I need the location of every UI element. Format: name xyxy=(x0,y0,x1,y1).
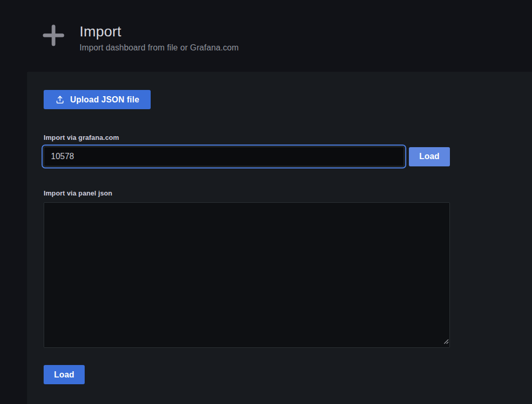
import-panel: Upload JSON file Import via grafana.com … xyxy=(27,72,532,404)
load-button[interactable]: Load xyxy=(44,365,85,384)
page-title: Import xyxy=(79,23,238,41)
import-form: Upload JSON file Import via grafana.com … xyxy=(44,90,450,384)
panel-json-textarea[interactable] xyxy=(44,202,450,348)
header-text: Import Import dashboard from file or Gra… xyxy=(79,23,238,53)
panel-json-label: Import via panel json xyxy=(44,189,450,197)
gcom-load-button[interactable]: Load xyxy=(409,147,450,166)
panel-json-textarea-wrap xyxy=(44,202,450,348)
gcom-input[interactable] xyxy=(44,147,404,166)
page-subtitle: Import dashboard from file or Grafana.co… xyxy=(79,43,238,53)
plus-icon xyxy=(42,24,65,47)
gcom-field: Import via grafana.com Load xyxy=(44,134,450,166)
upload-json-button[interactable]: Upload JSON file xyxy=(44,90,151,109)
panel-json-field: Import via panel json xyxy=(44,189,450,348)
gcom-row: Load xyxy=(44,147,450,166)
gcom-field-label: Import via grafana.com xyxy=(44,134,450,141)
resize-handle-icon[interactable] xyxy=(443,337,449,346)
page-header: Import Import dashboard from file or Gra… xyxy=(0,0,532,72)
upload-button-label: Upload JSON file xyxy=(70,95,139,105)
upload-icon xyxy=(55,95,65,105)
